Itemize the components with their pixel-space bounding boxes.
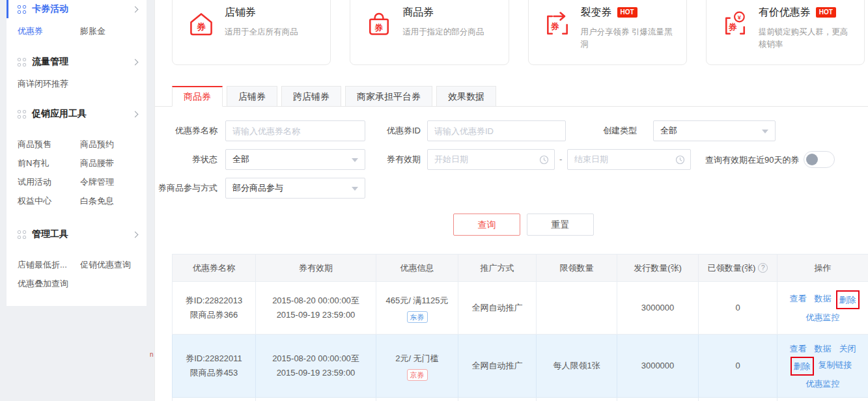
sidebar-section-admin-tools[interactable]: 管理工具 — [7, 226, 147, 243]
reset-button[interactable]: 重置 — [527, 214, 594, 236]
create-type-label: 创建类型 — [559, 125, 637, 137]
card-shop-coupon[interactable]: 券 店铺券 适用于全店所有商品 — [172, 0, 331, 65]
recent-90-toggle[interactable] — [804, 151, 835, 168]
sidebar-item-baitiao[interactable]: 白条免息 — [80, 191, 143, 210]
sidebar-section-promo-tools[interactable]: 促销应用工具 — [7, 105, 147, 122]
validity-label: 券有效期 — [350, 154, 421, 165]
grid-icon — [18, 58, 26, 66]
sidebar-item-promo-query[interactable]: 促销优惠查询 — [80, 255, 143, 274]
header-actions: 操作 — [777, 255, 868, 281]
card-viral-coupon[interactable]: 券 裂变券HOT 用户分享领券 引爆流量黑洞 — [528, 0, 687, 65]
table-header-row: 优惠券名称 券有效期 优惠信息 推广方式 限领数量 发行数量(张) 已领数量(张… — [172, 254, 868, 282]
annotation-box: 删除 — [836, 290, 860, 309]
header-issued: 发行数量(张) — [617, 255, 699, 281]
chevron-right-icon — [132, 231, 139, 238]
coupon-name-cell: 券ID:22822013 限商品券366 — [172, 282, 256, 334]
monitor-link[interactable]: 优惠监控 — [806, 376, 840, 392]
start-date-placeholder: 开始日期 — [434, 154, 468, 164]
tab-platform-coupon[interactable]: 商家承担平台券 — [345, 86, 432, 107]
delete-link[interactable]: 删除 — [794, 361, 811, 371]
hot-badge: HOT — [816, 7, 836, 18]
sidebar-item-belt[interactable]: 商品腰带 — [80, 154, 143, 173]
sidebar: 卡券活动 优惠券 膨胀金 流量管理 商详闭环推荐 促销应用工具 商品预售 商品预… — [7, 0, 147, 306]
share-coupon-icon: 券 — [543, 10, 572, 38]
header-benefit: 优惠信息 — [376, 255, 458, 281]
view-link[interactable]: 查看 — [790, 340, 807, 357]
paid-coupon-icon: ¥ 券 — [721, 10, 749, 38]
header-validity: 券有效期 — [256, 255, 376, 281]
coupon-status-value: 全部 — [232, 154, 249, 164]
start-date-input[interactable]: 开始日期 — [427, 149, 555, 170]
sidebar-item-trial[interactable]: 试用活动 — [18, 173, 80, 191]
close-link[interactable]: 关闭 — [839, 340, 856, 357]
sidebar-section-coupon-activity[interactable]: 卡券活动 — [7, 1, 147, 18]
sidebar-section-traffic[interactable]: 流量管理 — [7, 53, 147, 70]
sidebar-item-first-n[interactable]: 前N有礼 — [18, 154, 80, 173]
sidebar-item-reserve[interactable]: 商品预约 — [80, 135, 143, 154]
table-row-partial — [172, 398, 868, 401]
grid-icon — [18, 110, 26, 118]
claimed-cell: 0 — [699, 335, 777, 397]
create-type-select[interactable]: 全部 — [653, 120, 776, 141]
coupon-status-select[interactable]: 全部 — [225, 149, 365, 170]
svg-text:券: 券 — [550, 21, 559, 31]
validity-cell: 2015-08-20 00:00:00至 2015-09-19 23:59:00 — [256, 335, 376, 397]
sidebar-item-detail-loop[interactable]: 商详闭环推荐 — [18, 74, 122, 93]
copy-link[interactable]: 复制链接 — [819, 357, 852, 376]
coupon-id-label: 优惠券ID — [350, 125, 421, 137]
limit-cell — [537, 282, 617, 334]
sidebar-item-token[interactable]: 令牌管理 — [80, 173, 143, 191]
table-row-selected: 券ID:22822011 限商品券453 2015-08-20 00:00:00… — [172, 335, 868, 398]
coupon-tabs: 商品券 店铺券 跨店铺券 商家承担平台券 效果数据 — [172, 86, 496, 107]
clock-icon — [539, 155, 549, 165]
section-title: 流量管理 — [32, 56, 133, 68]
chevron-right-icon — [132, 6, 139, 12]
header-promotion: 推广方式 — [458, 255, 537, 281]
tab-product-coupon[interactable]: 商品券 — [172, 86, 223, 107]
coupon-name-input[interactable] — [225, 120, 365, 141]
grid-icon — [18, 230, 26, 239]
tab-effect-data[interactable]: 效果数据 — [436, 86, 496, 107]
sidebar-items-group: 优惠券 膨胀金 — [18, 21, 145, 40]
query-button[interactable]: 查询 — [453, 214, 520, 236]
section-title: 促销应用工具 — [32, 108, 133, 120]
card-title: 有价优惠券HOT — [759, 6, 851, 20]
card-paid-coupon[interactable]: ¥ 券 有价优惠券HOT 提前锁定购买人群，更高核销率 — [706, 0, 865, 65]
card-desc: 适用于全店所有商品 — [225, 26, 298, 38]
coupon-table: 优惠券名称 券有效期 优惠信息 推广方式 限领数量 发行数量(张) 已领数量(张… — [172, 254, 868, 401]
card-desc: 适用于指定的部分商品 — [402, 26, 484, 38]
participation-select[interactable]: 部分商品参与 — [225, 178, 365, 199]
watermark-text: n — [150, 351, 154, 358]
coupon-type-cards: 券 店铺券 适用于全店所有商品 券 商品券 适用于指定的部分商品 — [172, 0, 865, 65]
sidebar-item-inflation[interactable]: 膨胀金 — [80, 21, 143, 40]
tab-cross-shop-coupon[interactable]: 跨店铺券 — [281, 86, 341, 107]
annotation-box: 删除 — [791, 357, 814, 376]
data-link[interactable]: 数据 — [815, 340, 832, 357]
table-row: 券ID:22822013 限商品券366 2015-08-20 00:00:00… — [172, 282, 868, 335]
tab-shop-coupon[interactable]: 店铺券 — [227, 86, 277, 107]
end-date-input[interactable]: 结束日期 — [567, 149, 691, 170]
promotion-cell: 全网自动推广 — [458, 282, 537, 334]
sidebar-item-presale[interactable]: 商品预售 — [18, 135, 80, 154]
sidebar-item-stack-query[interactable]: 优惠叠加查询 — [18, 274, 122, 293]
main-content: 券 店铺券 适用于全店所有商品 券 商品券 适用于指定的部分商品 — [154, 0, 868, 401]
view-link[interactable]: 查看 — [790, 290, 807, 309]
sidebar-item-coupon[interactable]: 优惠券 — [18, 21, 80, 40]
svg-text:券: 券 — [728, 22, 737, 32]
header-claimed: 已领数量(张) ? — [699, 255, 777, 281]
monitor-link[interactable]: 优惠监控 — [806, 309, 840, 325]
delete-link[interactable]: 删除 — [839, 295, 856, 305]
sidebar-item-min-discount[interactable]: 店铺最低折... — [18, 255, 80, 274]
coupon-id-input[interactable] — [427, 120, 566, 141]
coupon-name-cell: 券ID:22822011 限商品券453 — [172, 335, 256, 397]
chevron-down-icon — [762, 130, 768, 133]
sidebar-item-rights[interactable]: 权益中心 — [18, 191, 80, 210]
help-icon[interactable]: ? — [758, 263, 768, 273]
actions-cell: 查看 数据 关闭 删除 复制链接 优惠监控 — [777, 335, 868, 397]
coupon-status-label: 券状态 — [155, 154, 217, 165]
section-title: 卡券活动 — [32, 3, 133, 15]
participation-value: 部分商品参与 — [232, 183, 283, 193]
coupon-name-label: 优惠券名称 — [155, 125, 217, 137]
card-product-coupon[interactable]: 券 商品券 适用于指定的部分商品 — [350, 0, 509, 65]
data-link[interactable]: 数据 — [815, 290, 832, 309]
